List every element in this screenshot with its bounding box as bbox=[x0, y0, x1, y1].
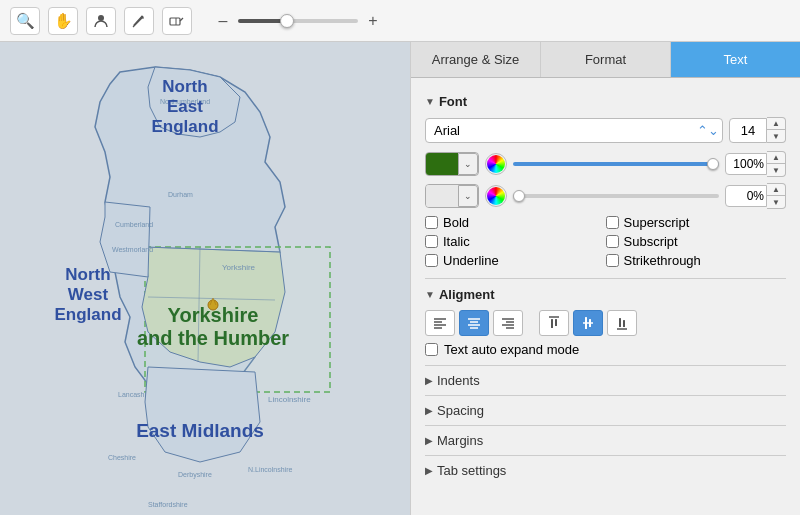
auto-expand-label: Text auto expand mode bbox=[444, 342, 579, 357]
color-slider-wrap-1 bbox=[513, 162, 719, 166]
color-percent-down-button-1[interactable]: ▼ bbox=[767, 164, 785, 176]
color-swatch-2[interactable] bbox=[426, 185, 458, 207]
spacing-section[interactable]: ▶ Spacing bbox=[425, 395, 786, 425]
strikethrough-checkbox[interactable] bbox=[606, 254, 619, 267]
toolbar: 🔍 ✋ – + bbox=[0, 0, 800, 42]
color-slider-1[interactable] bbox=[513, 162, 719, 166]
indents-label: Indents bbox=[437, 373, 480, 388]
font-size-down-button[interactable]: ▼ bbox=[767, 130, 785, 142]
tab-arrange-size[interactable]: Arrange & Size bbox=[411, 42, 541, 77]
color-dropdown-1[interactable]: ⌄ bbox=[458, 153, 478, 175]
color-percent-up-button-2[interactable]: ▲ bbox=[767, 184, 785, 196]
color-dropdown-2[interactable]: ⌄ bbox=[458, 185, 478, 207]
indents-arrow-icon: ▶ bbox=[425, 375, 433, 386]
spacing-arrow-icon: ▶ bbox=[425, 405, 433, 416]
color-percent-spinner-2: ▲ ▼ bbox=[767, 183, 786, 209]
eraser-tool-button[interactable] bbox=[162, 7, 192, 35]
svg-text:Westmorland: Westmorland bbox=[112, 246, 153, 253]
color-percent-input-1[interactable] bbox=[725, 153, 767, 175]
color-picker-button-2[interactable] bbox=[485, 185, 507, 207]
tab-settings-section[interactable]: ▶ Tab settings bbox=[425, 455, 786, 485]
alignment-buttons-row bbox=[425, 310, 786, 336]
color-swatch-1[interactable] bbox=[426, 153, 458, 175]
color-percent-up-button-1[interactable]: ▲ bbox=[767, 152, 785, 164]
italic-label: Italic bbox=[443, 234, 470, 249]
color-picker-button-1[interactable] bbox=[485, 153, 507, 175]
strikethrough-checkbox-item: Strikethrough bbox=[606, 253, 787, 268]
color-percent-input-2[interactable] bbox=[725, 185, 767, 207]
select-tool-button[interactable] bbox=[86, 7, 116, 35]
alignment-section-label: Aligment bbox=[439, 287, 495, 302]
bold-checkbox[interactable] bbox=[425, 216, 438, 229]
svg-text:Staffordshire: Staffordshire bbox=[148, 501, 188, 508]
map-svg: Northumberland Yorkshire and the Humber … bbox=[0, 42, 410, 515]
color-percent-wrap-1: ▲ ▼ bbox=[725, 151, 786, 177]
font-section-header[interactable]: ▼ Font bbox=[425, 94, 786, 109]
zoom-out-button[interactable]: – bbox=[212, 10, 234, 32]
svg-rect-1 bbox=[170, 18, 180, 25]
zoom-controls: – + bbox=[212, 10, 384, 32]
align-left-button[interactable] bbox=[425, 310, 455, 336]
svg-rect-45 bbox=[619, 318, 621, 327]
tab-format[interactable]: Format bbox=[541, 42, 671, 77]
svg-rect-43 bbox=[589, 319, 591, 327]
svg-text:West: West bbox=[68, 285, 109, 304]
bold-label: Bold bbox=[443, 215, 469, 230]
subscript-checkbox-item: Subscript bbox=[606, 234, 787, 249]
canvas-area[interactable]: Northumberland Yorkshire and the Humber … bbox=[0, 42, 410, 515]
superscript-checkbox-item: Superscript bbox=[606, 215, 787, 230]
spacing-label: Spacing bbox=[437, 403, 484, 418]
svg-text:Yorkshire: Yorkshire bbox=[222, 263, 256, 272]
font-name-select[interactable]: Arial Helvetica Times New Roman bbox=[425, 118, 723, 143]
bold-checkbox-item: Bold bbox=[425, 215, 606, 230]
font-size-input[interactable] bbox=[729, 118, 767, 143]
underline-checkbox[interactable] bbox=[425, 254, 438, 267]
superscript-checkbox[interactable] bbox=[606, 216, 619, 229]
main-area: Northumberland Yorkshire and the Humber … bbox=[0, 42, 800, 515]
font-section-label: Font bbox=[439, 94, 467, 109]
subscript-checkbox[interactable] bbox=[606, 235, 619, 248]
align-middle-button[interactable] bbox=[573, 310, 603, 336]
color-slider-2[interactable] bbox=[513, 194, 719, 198]
font-size-up-button[interactable]: ▲ bbox=[767, 118, 785, 130]
svg-text:North: North bbox=[162, 77, 207, 96]
align-bottom-button[interactable] bbox=[607, 310, 637, 336]
tab-text[interactable]: Text bbox=[671, 42, 800, 77]
zoom-slider[interactable] bbox=[238, 19, 358, 23]
underline-checkbox-item: Underline bbox=[425, 253, 606, 268]
strikethrough-label: Strikethrough bbox=[624, 253, 701, 268]
auto-expand-checkbox[interactable] bbox=[425, 343, 438, 356]
svg-point-0 bbox=[98, 15, 104, 21]
color-slider-wrap-2 bbox=[513, 194, 719, 198]
panel-content: ▼ Font Arial Helvetica Times New Roman ⌃… bbox=[411, 78, 800, 515]
svg-text:England: England bbox=[54, 305, 121, 324]
svg-rect-39 bbox=[551, 319, 553, 328]
alignment-section-header[interactable]: ▼ Aligment bbox=[425, 287, 786, 302]
svg-text:Cheshire: Cheshire bbox=[108, 454, 136, 461]
align-right-button[interactable] bbox=[493, 310, 523, 336]
align-top-button[interactable] bbox=[539, 310, 569, 336]
svg-text:Lincolnshire: Lincolnshire bbox=[268, 395, 311, 404]
font-name-row: Arial Helvetica Times New Roman ⌃⌄ ▲ ▼ bbox=[425, 117, 786, 143]
color-row-2: ⌄ ▲ ▼ bbox=[425, 183, 786, 209]
align-center-button[interactable] bbox=[459, 310, 489, 336]
color-percent-spinner-1: ▲ ▼ bbox=[767, 151, 786, 177]
magnify-tool-button[interactable]: 🔍 bbox=[10, 7, 40, 35]
color-row-1: ⌄ ▲ ▼ bbox=[425, 151, 786, 177]
margins-section[interactable]: ▶ Margins bbox=[425, 425, 786, 455]
color-percent-down-button-2[interactable]: ▼ bbox=[767, 196, 785, 208]
italic-checkbox[interactable] bbox=[425, 235, 438, 248]
alignment-section-arrow: ▼ bbox=[425, 289, 435, 300]
zoom-in-button[interactable]: + bbox=[362, 10, 384, 32]
font-select-wrap: Arial Helvetica Times New Roman ⌃⌄ bbox=[425, 118, 723, 143]
svg-rect-42 bbox=[585, 317, 587, 329]
font-section-arrow: ▼ bbox=[425, 96, 435, 107]
right-panel: Arrange & Size Format Text ▼ Font Arial bbox=[410, 42, 800, 515]
tab-bar: Arrange & Size Format Text bbox=[411, 42, 800, 78]
pen-tool-button[interactable] bbox=[124, 7, 154, 35]
svg-text:Durham: Durham bbox=[168, 191, 193, 198]
divider-1 bbox=[425, 278, 786, 279]
pan-tool-button[interactable]: ✋ bbox=[48, 7, 78, 35]
indents-section[interactable]: ▶ Indents bbox=[425, 365, 786, 395]
subscript-label: Subscript bbox=[624, 234, 678, 249]
